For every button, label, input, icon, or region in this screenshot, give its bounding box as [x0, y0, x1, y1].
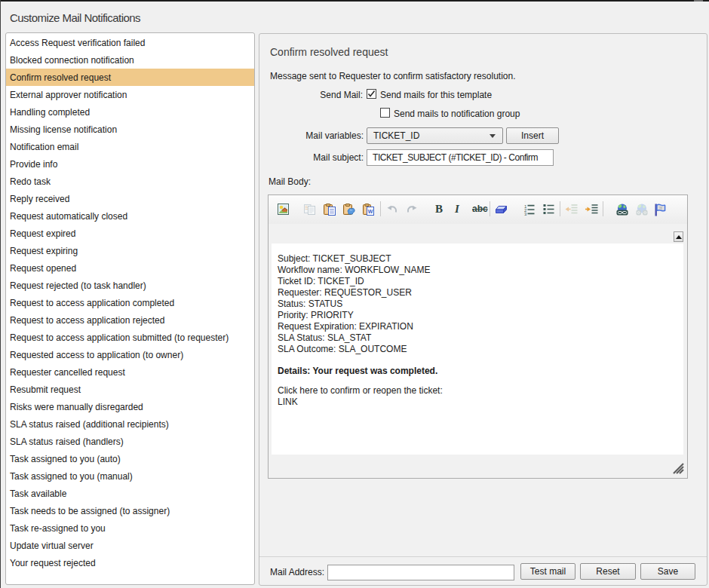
svg-text:3: 3 — [524, 211, 527, 216]
svg-text:W: W — [368, 208, 373, 213]
